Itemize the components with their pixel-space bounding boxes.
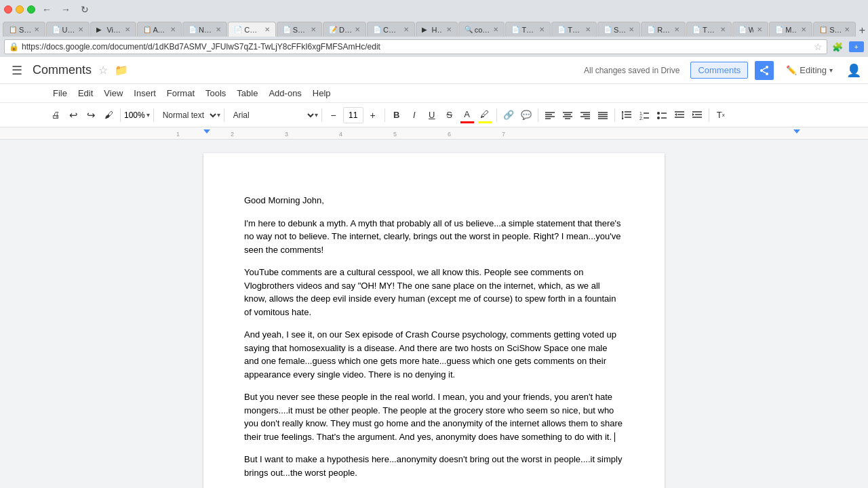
highlight-color-button[interactable]: 🖊 [477, 106, 493, 124]
tab-close-script[interactable]: ✕ [311, 26, 316, 33]
increase-indent-button[interactable] [689, 106, 705, 124]
document-page[interactable]: Good Morning John, I'm here to debunk a … [203, 153, 665, 488]
tab-alist[interactable]: 📋 A List... ✕ [137, 22, 182, 37]
bulleted-list-button[interactable] [654, 106, 670, 124]
tab-close-surv2[interactable]: ✕ [844, 26, 850, 33]
font-selector[interactable]: Arial Times New Roman Georgia [228, 106, 316, 124]
tab-untitl[interactable]: 📄 Untitl... ✕ [46, 22, 90, 37]
align-right-button[interactable] [577, 106, 593, 124]
style-selector[interactable]: Normal text Heading 1 Heading 2 Heading … [157, 106, 218, 124]
paint-format-button[interactable]: 🖌 [100, 106, 117, 124]
tab-close-nerd[interactable]: ✕ [216, 26, 221, 33]
tab-thec2[interactable]: 📄 The c... ✕ [686, 22, 732, 37]
tab-close-w[interactable]: ✕ [757, 26, 762, 33]
tab-surv2[interactable]: 📋 Surv... ✕ [813, 22, 856, 37]
hamburger-menu-button[interactable]: ☰ [7, 60, 27, 81]
menu-view[interactable]: View [98, 85, 128, 101]
print-button[interactable]: 🖨 [47, 106, 64, 124]
tab-mary[interactable]: 📄 Mary... ✕ [769, 22, 812, 37]
star-icon[interactable]: ☆ [98, 64, 108, 77]
insert-link-button[interactable]: 🔗 [500, 106, 517, 124]
tab-close-alist[interactable]: ✕ [170, 26, 176, 33]
tab-close-self[interactable]: ✕ [629, 26, 634, 33]
align-center-button[interactable] [559, 106, 576, 124]
tab-video[interactable]: ▶ Video... ✕ [90, 22, 136, 37]
tab-thef[interactable]: 📄 The F... ✕ [505, 22, 551, 37]
tab-close-untitl[interactable]: ✕ [78, 26, 83, 33]
tab-close-robe[interactable]: ✕ [674, 26, 679, 33]
folder-icon[interactable]: 📁 [115, 64, 128, 77]
share-button[interactable] [755, 61, 774, 80]
forward-button[interactable]: → [58, 2, 73, 17]
url-bar[interactable]: 🔒 https://docs.google.com/document/d/1dK… [4, 39, 827, 54]
menu-table[interactable]: Table [231, 85, 263, 101]
tab-close-thec[interactable]: ✕ [585, 26, 591, 33]
menu-file[interactable]: File [47, 85, 73, 101]
undo-button[interactable]: ↩ [65, 106, 81, 124]
tab-close-video[interactable]: ✕ [125, 26, 130, 33]
tab-close-comm2[interactable]: ✕ [403, 26, 409, 33]
italic-button[interactable]: I [406, 106, 422, 124]
maximize-window-button[interactable] [27, 5, 35, 14]
tab-close-comments[interactable]: ✕ [264, 26, 270, 33]
tab-robe[interactable]: 📄 Robe... ✕ [641, 22, 686, 37]
refresh-button[interactable]: ↻ [77, 2, 92, 17]
account-button[interactable]: 👤 [846, 63, 861, 78]
zoom-selector[interactable]: 100% ▾ [124, 110, 150, 120]
left-margin-handle[interactable] [203, 129, 210, 134]
tab-close-comm3[interactable]: ✕ [493, 26, 498, 33]
tab-script[interactable]: 📄 Script... ✕ [277, 22, 322, 37]
document-title[interactable]: Comments [33, 63, 92, 77]
tab-close-how[interactable]: ✕ [446, 26, 452, 33]
back-button[interactable]: ← [39, 2, 54, 17]
tab-close-surv1[interactable]: ✕ [34, 26, 39, 33]
document-content[interactable]: Good Morning John, I'm here to debunk a … [244, 194, 624, 488]
tab-close-thec2[interactable]: ✕ [720, 26, 726, 33]
insert-comment-button[interactable]: 💬 [518, 106, 534, 124]
clear-formatting-button[interactable]: Tx [713, 106, 729, 124]
tab-w[interactable]: 📄 W... ✕ [732, 22, 768, 37]
comments-button[interactable]: Comments [690, 62, 748, 79]
tab-draft[interactable]: 📝 Draft... ✕ [323, 22, 366, 37]
tab-self[interactable]: 📄 Self-... ✕ [597, 22, 640, 37]
tab-how[interactable]: ▶ How... ✕ [416, 22, 458, 37]
tab-comm3[interactable]: 🔍 comm... ✕ [458, 22, 505, 37]
tab-close-draft[interactable]: ✕ [355, 26, 360, 33]
bold-button[interactable]: B [389, 106, 405, 124]
line-spacing-button[interactable] [618, 106, 635, 124]
tab-close-thef[interactable]: ✕ [539, 26, 545, 33]
menu-addons[interactable]: Add-ons [263, 85, 307, 101]
close-window-button[interactable] [4, 5, 12, 14]
justify-button[interactable] [595, 106, 611, 124]
app-bar: ☰ Comments ☆ 📁 All changes saved in Driv… [0, 57, 868, 84]
align-left-button[interactable] [542, 106, 558, 124]
new-tab-button[interactable]: + [856, 24, 868, 37]
right-margin-handle[interactable] [793, 129, 800, 134]
menu-edit[interactable]: Edit [73, 85, 98, 101]
strikethrough-button[interactable]: S [441, 106, 458, 124]
extensions-button[interactable]: 🧩 [830, 39, 845, 54]
decrease-indent-button[interactable] [671, 106, 688, 124]
tab-comm2[interactable]: 📄 Comm... ✕ [367, 22, 414, 37]
font-size-decrease-button[interactable]: − [326, 106, 342, 124]
menu-help[interactable]: Help [307, 85, 336, 101]
numbered-list-button[interactable]: 1.2. [636, 106, 652, 124]
document-scroll-area[interactable]: Good Morning John, I'm here to debunk a … [0, 140, 868, 488]
sign-in-button[interactable]: + [849, 41, 864, 52]
menu-format[interactable]: Format [161, 85, 200, 101]
underline-button[interactable]: U [424, 106, 440, 124]
menu-tools[interactable]: Tools [200, 85, 231, 101]
text-color-button[interactable]: A [459, 106, 475, 124]
editing-mode-button[interactable]: ✏️ Editing ▾ [782, 62, 837, 78]
tab-surv1[interactable]: 📋 Surv... ✕ [3, 22, 45, 37]
tab-thec[interactable]: 📄 The c... ✕ [551, 22, 597, 37]
menu-insert[interactable]: Insert [128, 85, 161, 101]
tab-comments-active[interactable]: 📄 Comm... ✕ [228, 22, 275, 37]
bookmark-icon[interactable]: ☆ [814, 41, 823, 52]
font-size-increase-button[interactable]: + [365, 106, 381, 124]
minimize-window-button[interactable] [16, 5, 24, 14]
tab-close-mary[interactable]: ✕ [801, 26, 806, 33]
tab-favicon-robe: 📄 [647, 26, 655, 34]
redo-button[interactable]: ↪ [83, 106, 99, 124]
tab-nerd[interactable]: 📄 Nerd!... ✕ [182, 22, 227, 37]
